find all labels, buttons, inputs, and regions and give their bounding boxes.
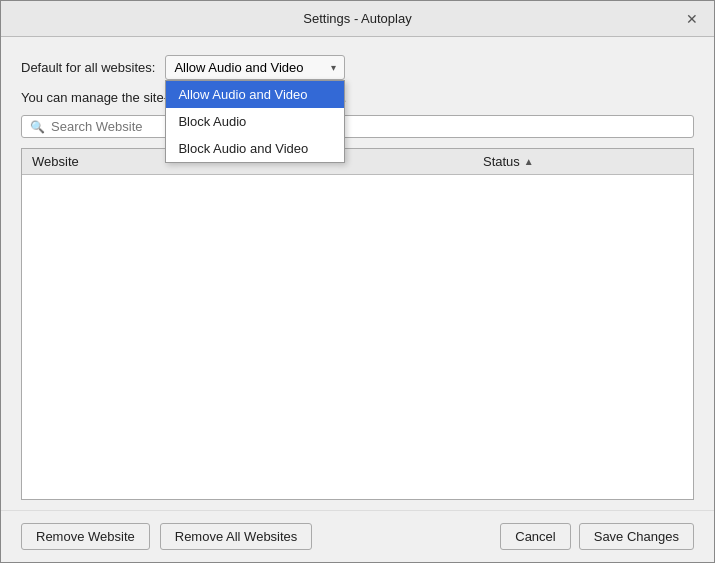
default-dropdown-button[interactable]: Allow Audio and Video ▾ [165, 55, 345, 80]
cancel-button[interactable]: Cancel [500, 523, 570, 550]
search-row: 🔍 [21, 115, 694, 138]
remove-all-label: Remove All Websites [175, 529, 298, 544]
dropdown-option-block-audio[interactable]: Block Audio [166, 108, 344, 135]
search-input[interactable] [51, 119, 685, 134]
sort-arrow-icon: ▲ [524, 156, 534, 167]
manage-text: You can manage the site-specific Autopla… [21, 90, 694, 105]
dropdown-option-allow-audio-video[interactable]: Allow Audio and Video [166, 81, 344, 108]
dialog-body: Default for all websites: Allow Audio an… [1, 37, 714, 500]
table-body [22, 175, 693, 499]
cancel-label: Cancel [515, 529, 555, 544]
search-icon: 🔍 [30, 120, 45, 134]
dropdown-container: Allow Audio and Video ▾ Allow Audio and … [165, 55, 345, 80]
remove-website-label: Remove Website [36, 529, 135, 544]
title-bar: Settings - Autoplay ✕ [1, 1, 714, 37]
close-button[interactable]: ✕ [682, 9, 702, 29]
website-table: Website Status ▲ [21, 148, 694, 500]
dialog-title: Settings - Autoplay [33, 11, 682, 26]
search-box: 🔍 [21, 115, 694, 138]
table-header: Website Status ▲ [22, 149, 693, 175]
dropdown-selected-value: Allow Audio and Video [174, 60, 303, 75]
save-changes-button[interactable]: Save Changes [579, 523, 694, 550]
footer-left: Remove Website Remove All Websites [21, 523, 500, 550]
dialog-footer: Remove Website Remove All Websites Cance… [1, 510, 714, 562]
default-label: Default for all websites: [21, 60, 155, 75]
footer-right: Cancel Save Changes [500, 523, 694, 550]
default-row: Default for all websites: Allow Audio an… [21, 55, 694, 80]
save-label: Save Changes [594, 529, 679, 544]
dropdown-menu: Allow Audio and Video Block Audio Block … [165, 80, 345, 163]
settings-dialog: Settings - Autoplay ✕ Default for all we… [0, 0, 715, 563]
chevron-down-icon: ▾ [331, 62, 336, 73]
dropdown-option-block-audio-video[interactable]: Block Audio and Video [166, 135, 344, 162]
remove-website-button[interactable]: Remove Website [21, 523, 150, 550]
col-status-header: Status ▲ [483, 154, 683, 169]
remove-all-websites-button[interactable]: Remove All Websites [160, 523, 313, 550]
